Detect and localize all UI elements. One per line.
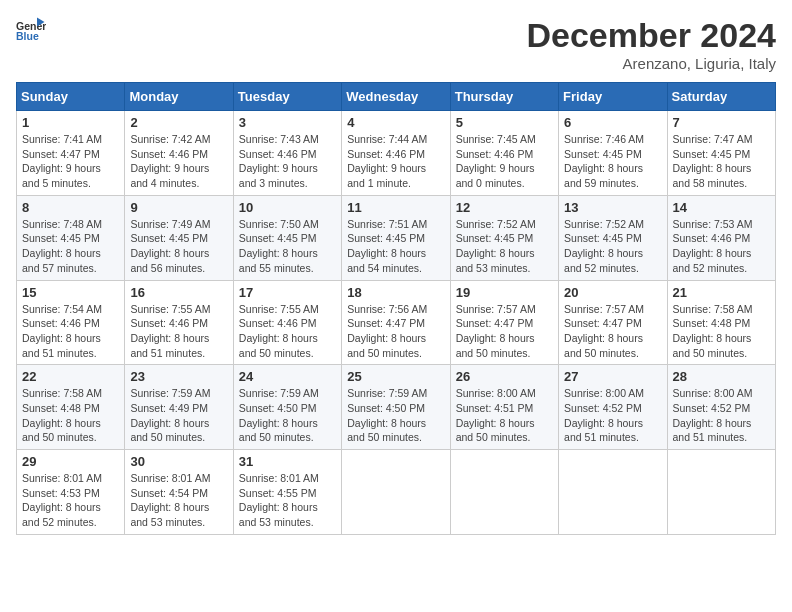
table-row: 31Sunrise: 8:01 AMSunset: 4:55 PMDayligh… xyxy=(233,450,341,535)
calendar-week-row: 29Sunrise: 8:01 AMSunset: 4:53 PMDayligh… xyxy=(17,450,776,535)
table-row: 5Sunrise: 7:45 AMSunset: 4:46 PMDaylight… xyxy=(450,111,558,196)
location-subtitle: Arenzano, Liguria, Italy xyxy=(526,55,776,72)
table-row: 3Sunrise: 7:43 AMSunset: 4:46 PMDaylight… xyxy=(233,111,341,196)
table-row: 8Sunrise: 7:48 AMSunset: 4:45 PMDaylight… xyxy=(17,195,125,280)
day-number: 3 xyxy=(239,115,336,130)
table-row: 20Sunrise: 7:57 AMSunset: 4:47 PMDayligh… xyxy=(559,280,667,365)
day-info: Sunrise: 7:58 AMSunset: 4:48 PMDaylight:… xyxy=(673,302,770,361)
day-info: Sunrise: 7:57 AMSunset: 4:47 PMDaylight:… xyxy=(456,302,553,361)
day-info: Sunrise: 7:58 AMSunset: 4:48 PMDaylight:… xyxy=(22,386,119,445)
day-number: 26 xyxy=(456,369,553,384)
table-row: 11Sunrise: 7:51 AMSunset: 4:45 PMDayligh… xyxy=(342,195,450,280)
table-row: 6Sunrise: 7:46 AMSunset: 4:45 PMDaylight… xyxy=(559,111,667,196)
table-row xyxy=(667,450,775,535)
day-number: 5 xyxy=(456,115,553,130)
svg-text:Blue: Blue xyxy=(16,30,39,42)
table-row: 13Sunrise: 7:52 AMSunset: 4:45 PMDayligh… xyxy=(559,195,667,280)
col-wednesday: Wednesday xyxy=(342,83,450,111)
day-number: 14 xyxy=(673,200,770,215)
day-info: Sunrise: 7:42 AMSunset: 4:46 PMDaylight:… xyxy=(130,132,227,191)
table-row: 29Sunrise: 8:01 AMSunset: 4:53 PMDayligh… xyxy=(17,450,125,535)
day-info: Sunrise: 7:43 AMSunset: 4:46 PMDaylight:… xyxy=(239,132,336,191)
day-number: 16 xyxy=(130,285,227,300)
col-saturday: Saturday xyxy=(667,83,775,111)
calendar-week-row: 1Sunrise: 7:41 AMSunset: 4:47 PMDaylight… xyxy=(17,111,776,196)
table-row: 25Sunrise: 7:59 AMSunset: 4:50 PMDayligh… xyxy=(342,365,450,450)
day-number: 25 xyxy=(347,369,444,384)
table-row: 23Sunrise: 7:59 AMSunset: 4:49 PMDayligh… xyxy=(125,365,233,450)
col-friday: Friday xyxy=(559,83,667,111)
day-info: Sunrise: 7:51 AMSunset: 4:45 PMDaylight:… xyxy=(347,217,444,276)
day-number: 17 xyxy=(239,285,336,300)
day-number: 18 xyxy=(347,285,444,300)
day-info: Sunrise: 7:52 AMSunset: 4:45 PMDaylight:… xyxy=(456,217,553,276)
day-info: Sunrise: 7:50 AMSunset: 4:45 PMDaylight:… xyxy=(239,217,336,276)
day-number: 12 xyxy=(456,200,553,215)
table-row xyxy=(450,450,558,535)
day-number: 13 xyxy=(564,200,661,215)
day-info: Sunrise: 7:52 AMSunset: 4:45 PMDaylight:… xyxy=(564,217,661,276)
calendar-week-row: 22Sunrise: 7:58 AMSunset: 4:48 PMDayligh… xyxy=(17,365,776,450)
day-number: 31 xyxy=(239,454,336,469)
table-row: 18Sunrise: 7:56 AMSunset: 4:47 PMDayligh… xyxy=(342,280,450,365)
day-info: Sunrise: 8:01 AMSunset: 4:55 PMDaylight:… xyxy=(239,471,336,530)
day-info: Sunrise: 7:59 AMSunset: 4:50 PMDaylight:… xyxy=(239,386,336,445)
table-row: 15Sunrise: 7:54 AMSunset: 4:46 PMDayligh… xyxy=(17,280,125,365)
table-row: 7Sunrise: 7:47 AMSunset: 4:45 PMDaylight… xyxy=(667,111,775,196)
table-row: 12Sunrise: 7:52 AMSunset: 4:45 PMDayligh… xyxy=(450,195,558,280)
day-number: 19 xyxy=(456,285,553,300)
table-row: 27Sunrise: 8:00 AMSunset: 4:52 PMDayligh… xyxy=(559,365,667,450)
table-row: 26Sunrise: 8:00 AMSunset: 4:51 PMDayligh… xyxy=(450,365,558,450)
day-info: Sunrise: 7:47 AMSunset: 4:45 PMDaylight:… xyxy=(673,132,770,191)
day-info: Sunrise: 8:01 AMSunset: 4:53 PMDaylight:… xyxy=(22,471,119,530)
logo-icon: General Blue xyxy=(16,16,46,46)
day-number: 2 xyxy=(130,115,227,130)
table-row: 24Sunrise: 7:59 AMSunset: 4:50 PMDayligh… xyxy=(233,365,341,450)
table-row: 19Sunrise: 7:57 AMSunset: 4:47 PMDayligh… xyxy=(450,280,558,365)
day-number: 8 xyxy=(22,200,119,215)
table-row xyxy=(342,450,450,535)
table-row: 2Sunrise: 7:42 AMSunset: 4:46 PMDaylight… xyxy=(125,111,233,196)
day-number: 7 xyxy=(673,115,770,130)
day-info: Sunrise: 7:45 AMSunset: 4:46 PMDaylight:… xyxy=(456,132,553,191)
day-number: 22 xyxy=(22,369,119,384)
table-row: 1Sunrise: 7:41 AMSunset: 4:47 PMDaylight… xyxy=(17,111,125,196)
day-number: 30 xyxy=(130,454,227,469)
day-number: 24 xyxy=(239,369,336,384)
day-number: 21 xyxy=(673,285,770,300)
day-info: Sunrise: 7:59 AMSunset: 4:49 PMDaylight:… xyxy=(130,386,227,445)
day-info: Sunrise: 7:49 AMSunset: 4:45 PMDaylight:… xyxy=(130,217,227,276)
day-number: 11 xyxy=(347,200,444,215)
day-info: Sunrise: 7:44 AMSunset: 4:46 PMDaylight:… xyxy=(347,132,444,191)
table-row xyxy=(559,450,667,535)
day-info: Sunrise: 7:54 AMSunset: 4:46 PMDaylight:… xyxy=(22,302,119,361)
day-number: 6 xyxy=(564,115,661,130)
day-info: Sunrise: 7:55 AMSunset: 4:46 PMDaylight:… xyxy=(239,302,336,361)
table-row: 21Sunrise: 7:58 AMSunset: 4:48 PMDayligh… xyxy=(667,280,775,365)
day-info: Sunrise: 7:56 AMSunset: 4:47 PMDaylight:… xyxy=(347,302,444,361)
day-number: 10 xyxy=(239,200,336,215)
page-header: General Blue December 2024 Arenzano, Lig… xyxy=(16,16,776,72)
logo: General Blue xyxy=(16,16,46,46)
table-row: 17Sunrise: 7:55 AMSunset: 4:46 PMDayligh… xyxy=(233,280,341,365)
title-block: December 2024 Arenzano, Liguria, Italy xyxy=(526,16,776,72)
day-info: Sunrise: 8:00 AMSunset: 4:52 PMDaylight:… xyxy=(564,386,661,445)
day-number: 9 xyxy=(130,200,227,215)
col-thursday: Thursday xyxy=(450,83,558,111)
calendar-table: Sunday Monday Tuesday Wednesday Thursday… xyxy=(16,82,776,535)
calendar-week-row: 15Sunrise: 7:54 AMSunset: 4:46 PMDayligh… xyxy=(17,280,776,365)
day-info: Sunrise: 7:55 AMSunset: 4:46 PMDaylight:… xyxy=(130,302,227,361)
table-row: 30Sunrise: 8:01 AMSunset: 4:54 PMDayligh… xyxy=(125,450,233,535)
col-tuesday: Tuesday xyxy=(233,83,341,111)
table-row: 4Sunrise: 7:44 AMSunset: 4:46 PMDaylight… xyxy=(342,111,450,196)
day-info: Sunrise: 7:46 AMSunset: 4:45 PMDaylight:… xyxy=(564,132,661,191)
day-number: 23 xyxy=(130,369,227,384)
day-info: Sunrise: 7:48 AMSunset: 4:45 PMDaylight:… xyxy=(22,217,119,276)
day-number: 4 xyxy=(347,115,444,130)
col-sunday: Sunday xyxy=(17,83,125,111)
day-number: 15 xyxy=(22,285,119,300)
calendar-header-row: Sunday Monday Tuesday Wednesday Thursday… xyxy=(17,83,776,111)
day-info: Sunrise: 8:00 AMSunset: 4:51 PMDaylight:… xyxy=(456,386,553,445)
day-number: 28 xyxy=(673,369,770,384)
table-row: 16Sunrise: 7:55 AMSunset: 4:46 PMDayligh… xyxy=(125,280,233,365)
